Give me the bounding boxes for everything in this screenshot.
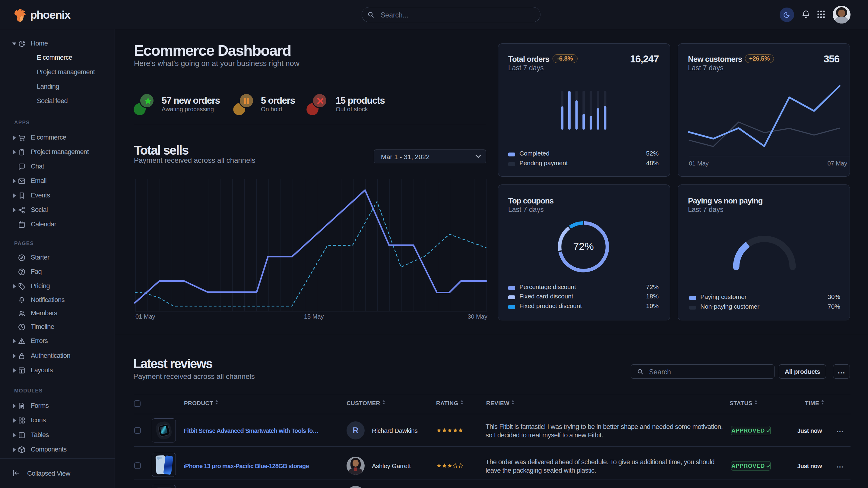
svg-text:01 May: 01 May bbox=[689, 160, 709, 167]
svg-text:30 May: 30 May bbox=[467, 313, 487, 320]
svg-text:15 May: 15 May bbox=[304, 313, 324, 320]
svg-text:01 May: 01 May bbox=[135, 313, 155, 320]
svg-text:07 May: 07 May bbox=[827, 160, 847, 167]
